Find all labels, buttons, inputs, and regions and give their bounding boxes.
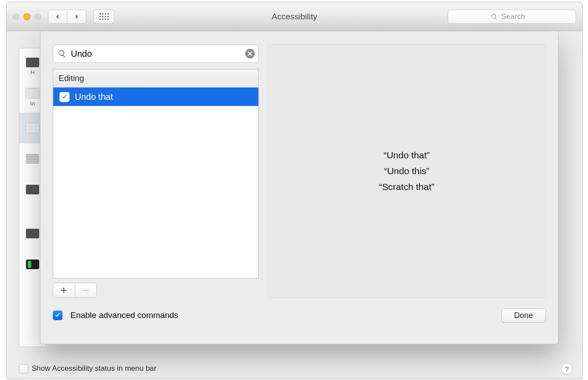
enable-advanced-row[interactable]: Enable advanced commands [53, 311, 178, 320]
commands-left-column: Editing Undo that [53, 44, 259, 298]
traffic-lights [13, 13, 41, 20]
search-icon [491, 13, 498, 20]
help-button[interactable]: ? [561, 363, 573, 374]
nav-back-forward [48, 10, 86, 24]
window-footer: Show Accessibility status in menu bar ? [19, 362, 573, 376]
show-all-button[interactable] [93, 10, 114, 24]
minus-icon [83, 287, 89, 293]
check-icon [62, 94, 67, 100]
minimize-button[interactable] [23, 13, 30, 20]
commands-search-field[interactable] [53, 44, 259, 63]
back-button[interactable] [48, 10, 67, 24]
toolbar-search[interactable] [448, 10, 576, 24]
commands-row-checkbox[interactable] [59, 92, 70, 102]
commands-search-input[interactable] [70, 48, 242, 59]
prefs-window: Accessibility H In Show Accessibility st… [6, 2, 583, 379]
phrase: “Undo this” [379, 163, 434, 179]
add-remove-segment [53, 283, 97, 298]
enable-advanced-label: Enable advanced commands [70, 311, 178, 320]
commands-row-label: Undo that [75, 92, 113, 102]
add-button[interactable] [53, 283, 75, 298]
check-icon [55, 312, 61, 318]
show-status-checkbox[interactable] [19, 364, 28, 373]
phrase: “Undo that” [379, 147, 434, 163]
grid-icon [99, 13, 109, 20]
clear-search-button[interactable] [245, 49, 255, 58]
commands-preview-panel: “Undo that” “Undo this” “Scratch that” [268, 44, 546, 298]
done-button[interactable]: Done [501, 308, 546, 322]
sidebar-item-label: H [30, 69, 34, 76]
sheet-footer: Enable advanced commands Done [53, 308, 546, 322]
close-icon [248, 51, 252, 56]
chevron-right-icon [74, 14, 80, 20]
zoom-button[interactable] [35, 14, 41, 20]
remove-button[interactable] [75, 283, 97, 298]
enable-advanced-checkbox[interactable] [53, 311, 62, 320]
sidebar-item-label: In [30, 100, 35, 107]
show-status-label: Show Accessibility status in menu bar [32, 364, 156, 373]
titlebar: Accessibility [7, 2, 582, 31]
close-button[interactable] [13, 14, 19, 20]
search-icon [58, 49, 66, 58]
commands-list-header: Editing [53, 69, 258, 88]
phrase: “Scratch that” [379, 179, 434, 195]
commands-list-row[interactable]: Undo that [53, 88, 258, 106]
chevron-left-icon [55, 14, 61, 20]
commands-list: Editing Undo that [53, 69, 259, 278]
commands-sheet: Editing Undo that [40, 31, 559, 344]
toolbar-search-input[interactable] [500, 12, 533, 22]
content-area: H In Show Accessibility status in menu b… [7, 31, 582, 379]
plus-icon [61, 287, 67, 293]
command-phrases: “Undo that” “Undo this” “Scratch that” [379, 147, 434, 194]
show-status-checkbox-row[interactable]: Show Accessibility status in menu bar [19, 364, 156, 373]
forward-button[interactable] [67, 10, 86, 24]
